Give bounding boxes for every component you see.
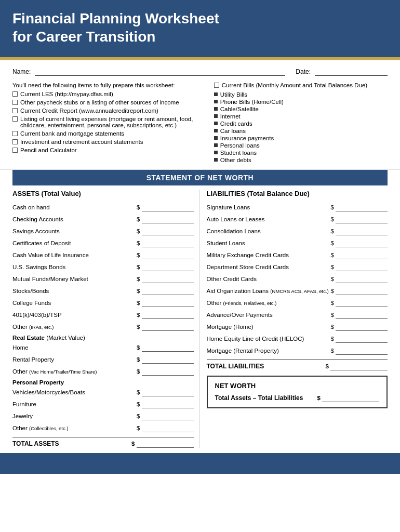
liab-input-aid-org[interactable] — [336, 287, 388, 295]
asset-input-savings[interactable] — [142, 227, 194, 235]
liab-input-signature[interactable] — [336, 203, 388, 211]
liab-input-auto[interactable] — [336, 215, 388, 223]
asset-input-rental[interactable] — [142, 355, 194, 364]
total-assets-dollar: $ — [131, 440, 193, 448]
check-label-7: Pencil and Calculator — [20, 147, 77, 153]
asset-input-401k[interactable] — [142, 311, 194, 319]
asset-row-other-re: Other (Vac Home/Trailer/Time Share) $ — [12, 367, 194, 376]
real-estate-label: Real Estate (Market Value) — [12, 335, 194, 341]
name-input-line[interactable] — [35, 68, 285, 76]
total-liabilities-dollar: $ — [326, 362, 388, 370]
checkbox-7[interactable] — [12, 148, 18, 153]
total-assets-row: TOTAL ASSETS $ — [12, 437, 194, 448]
liab-label-student: Student Loans — [207, 240, 331, 247]
liab-input-mortgage-home[interactable] — [336, 323, 388, 331]
total-assets-label: TOTAL ASSETS — [12, 440, 59, 447]
net-worth-formula: Total Assets – Total Liabilities $ — [215, 394, 380, 402]
bullet-icon-internet — [214, 114, 218, 118]
checkbox-6[interactable] — [12, 139, 18, 144]
asset-dollar-cd: $ — [137, 239, 193, 247]
liab-input-other-friends[interactable] — [336, 299, 388, 307]
asset-dollar-furniture: $ — [137, 400, 193, 408]
asset-row-life-ins: Cash Value of Life Insurance $ — [12, 250, 194, 260]
liab-label-mortgage-rental: Mortgage (Rental Property) — [207, 347, 331, 355]
bullet-personal: Personal loans — [214, 142, 388, 149]
liab-input-military-cc[interactable] — [336, 251, 388, 259]
liab-input-consolidation[interactable] — [336, 227, 388, 235]
asset-input-other-ira[interactable] — [142, 323, 194, 331]
liab-row-other-friends: Other (Friends, Relatives, etc.) $ — [207, 298, 388, 308]
net-worth-input[interactable] — [322, 394, 379, 402]
asset-input-vehicles[interactable] — [142, 388, 194, 396]
asset-input-jewelry[interactable] — [142, 412, 194, 420]
bill-internet: Internet — [220, 113, 241, 119]
check-label-1: Current LES (http://mypay.dfas.mil) — [20, 91, 113, 97]
liab-input-other-cc[interactable] — [336, 275, 388, 283]
liab-dollar-student: $ — [331, 239, 388, 247]
checkbox-5[interactable] — [12, 131, 18, 136]
asset-row-bonds: U.S. Savings Bonds $ — [12, 262, 194, 272]
bullet-cable: Cable/Satellite — [214, 106, 388, 112]
asset-input-cash[interactable] — [142, 203, 194, 211]
asset-label-bonds: U.S. Savings Bonds — [12, 263, 137, 271]
asset-dollar-college: $ — [137, 299, 193, 307]
checkbox-bills[interactable] — [214, 83, 219, 88]
liab-label-mortgage-home: Mortgage (Home) — [207, 323, 331, 331]
asset-input-bonds[interactable] — [142, 263, 194, 271]
bullet-insurance: Insurance payments — [214, 135, 388, 141]
check-item-6: Investment and retirement account statem… — [12, 139, 204, 145]
asset-input-furniture[interactable] — [142, 400, 194, 408]
asset-input-home[interactable] — [142, 343, 194, 352]
liab-dollar-signature: $ — [331, 203, 388, 211]
asset-input-college[interactable] — [142, 299, 194, 307]
checkbox-2[interactable] — [12, 100, 18, 105]
check-label-5: Current bank and mortgage statements — [20, 130, 124, 137]
date-input-line[interactable] — [315, 68, 388, 76]
asset-label-savings: Savings Accounts — [12, 228, 137, 235]
checkbox-1[interactable] — [12, 91, 18, 97]
date-label: Date: — [296, 68, 311, 75]
bullet-student: Student loans — [214, 150, 388, 156]
current-bills-header: Current Bills (Monthly Amount and Total … — [214, 82, 388, 88]
liab-input-advance[interactable] — [336, 311, 388, 319]
check-label-2: Other paycheck stubs or a listing of oth… — [20, 99, 179, 105]
checklist-section: You'll need the following items to fully… — [12, 82, 388, 164]
liab-input-mortgage-rental[interactable] — [336, 347, 388, 355]
asset-dollar-life-ins: $ — [137, 251, 193, 259]
asset-dollar-vehicles: $ — [137, 388, 193, 396]
liab-input-student[interactable] — [336, 239, 388, 247]
asset-input-other-re[interactable] — [142, 367, 194, 376]
asset-input-cd[interactable] — [142, 239, 194, 247]
asset-label-home: Home — [12, 344, 137, 352]
total-liabilities-input[interactable] — [330, 362, 388, 370]
asset-dollar-jewelry: $ — [137, 412, 193, 420]
liab-label-consolidation: Consolidation Loans — [207, 228, 331, 235]
checkbox-4[interactable] — [12, 116, 18, 122]
bullet-car: Car loans — [214, 128, 388, 134]
liab-input-dept-cc[interactable] — [336, 263, 388, 271]
bill-insurance: Insurance payments — [220, 135, 274, 141]
liab-dollar-aid-org: $ — [331, 287, 388, 295]
asset-input-other-pp[interactable] — [142, 424, 194, 432]
asset-dollar-401k: $ — [137, 311, 193, 319]
asset-input-checking[interactable] — [142, 215, 194, 223]
check-item-1: Current LES (http://mypay.dfas.mil) — [12, 91, 204, 97]
personal-property-label: Personal Property — [12, 379, 194, 385]
asset-dollar-rental: $ — [137, 355, 193, 364]
asset-input-life-ins[interactable] — [142, 251, 194, 259]
asset-input-mutual[interactable] — [142, 275, 194, 283]
checkbox-3[interactable] — [12, 108, 18, 113]
asset-row-stocks: Stocks/Bonds $ — [12, 286, 194, 296]
liab-row-dept-cc: Department Store Credit Cards $ — [207, 262, 388, 272]
liab-row-auto: Auto Loans or Leases $ — [207, 215, 388, 224]
net-worth-box: NET WORTH Total Assets – Total Liabiliti… — [207, 376, 388, 408]
net-worth-section: STATEMENT OF NET WORTH ASSETS (Total Val… — [0, 170, 400, 453]
asset-label-other-re: Other (Vac Home/Trailer/Time Share) — [12, 368, 137, 376]
liab-input-heloc[interactable] — [336, 335, 388, 343]
bill-credit: Credit cards — [220, 121, 252, 127]
liab-label-auto: Auto Loans or Leases — [207, 216, 331, 223]
asset-label-cd: Certificates of Deposit — [12, 240, 137, 247]
asset-input-stocks[interactable] — [142, 287, 194, 295]
total-assets-input[interactable] — [137, 440, 194, 448]
liab-row-advance: Advance/Over Payments $ — [207, 310, 388, 320]
